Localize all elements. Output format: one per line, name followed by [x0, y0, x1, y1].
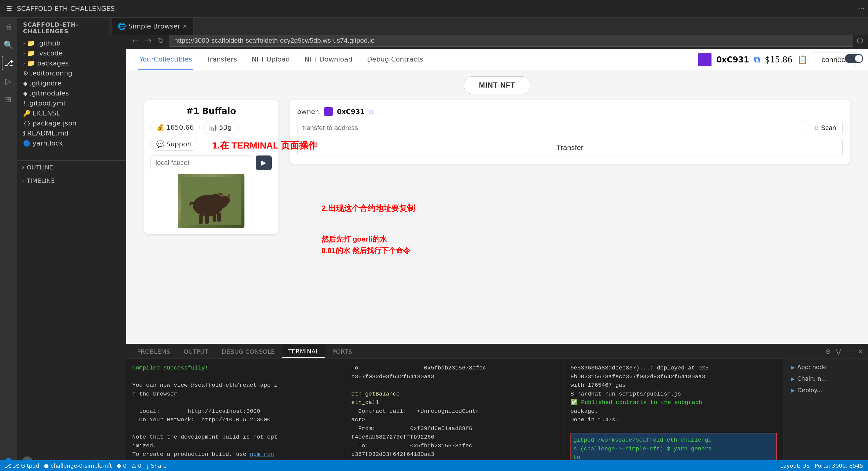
sidebar-item-vscode[interactable]: › 📁 .vscode	[17, 48, 126, 58]
tree-item-app[interactable]: ▶ App: node	[788, 363, 863, 372]
tree-label: App: node	[797, 364, 827, 370]
owner-label: owner:	[297, 108, 320, 115]
outline-header[interactable]: › OUTLINE	[17, 161, 126, 174]
faucet-input[interactable]	[150, 156, 253, 170]
activity-search[interactable]: 🔍	[2, 38, 15, 52]
terminal-pane-3[interactable]: 9e539636a83ddcec837)...: deployed at 0x5…	[564, 359, 783, 471]
copy-address-icon[interactable]: ⧉	[369, 108, 373, 115]
sidebar-item-label: README.md	[27, 129, 68, 137]
terminal-line: To create a production build, use npm ru…	[132, 450, 339, 459]
activity-extensions[interactable]: ⊞	[2, 93, 15, 106]
mint-nft-button[interactable]: MINT NFT	[464, 76, 530, 94]
transfer-input-row: ⊞ Scan	[297, 121, 842, 135]
wallet-icon[interactable]: 📋	[797, 55, 808, 65]
external-link-icon[interactable]: ⬡	[857, 36, 863, 45]
badge-support[interactable]: 💬 Support	[150, 138, 198, 150]
status-errors[interactable]: ⊗ 0	[117, 463, 126, 469]
badge-value-text: 1650.66	[166, 124, 194, 131]
chevron-icon: ›	[23, 50, 25, 56]
terminal-pane-1[interactable]: Compiled successfully! You can now view …	[126, 359, 345, 471]
tab-terminal[interactable]: TERMINAL	[282, 345, 325, 358]
explorer-title: SCAFFOLD-ETH-CHALLENGES	[17, 5, 115, 12]
tab-debug[interactable]: Debug Contracts	[366, 49, 424, 70]
tab-problems[interactable]: PROBLEMS	[131, 345, 176, 358]
terminal-line: b367f032d93f642f64180aa3	[351, 450, 558, 459]
tab-bar: 🌐 Simple Browser ✕	[109, 18, 868, 35]
terminal-line: To: 0x5fbdb2315678afec	[351, 364, 558, 372]
tab-nftupload[interactable]: NFT Upload	[250, 49, 291, 70]
scan-button[interactable]: ⊞ Scan	[807, 121, 842, 135]
outline-label: OUTLINE	[27, 164, 53, 171]
transfer-address-input[interactable]	[297, 121, 803, 135]
terminal-line: n the browser.	[132, 390, 339, 399]
status-share[interactable]: ∫ Share	[147, 463, 167, 469]
sidebar-item-editorconfig[interactable]: ⚙ .editorconfig	[17, 68, 126, 78]
forward-button[interactable]: →	[144, 35, 153, 46]
terminal-icon: ▶	[790, 364, 795, 370]
faucet-send-button[interactable]: ▶	[256, 156, 272, 170]
back-button[interactable]: ←	[131, 35, 140, 46]
tab-output[interactable]: OUTPUT	[178, 345, 214, 358]
sidebar-item-license[interactable]: 🔑 LICENSE	[17, 108, 126, 118]
tab-transfers[interactable]: Transfers	[205, 49, 238, 70]
dapp-nav-right: 0xC931 ⧉ $15.86 📋 connect	[698, 52, 856, 67]
tree-item-chain[interactable]: ▶ Chain: n...	[788, 374, 863, 383]
sidebar-item-packagejson[interactable]: {} package.json	[17, 118, 126, 128]
refresh-button[interactable]: ↻	[156, 35, 165, 46]
explorer-dots[interactable]: ···	[858, 5, 864, 12]
status-package-label: challenge-0-simple-nft	[51, 463, 112, 469]
timeline-header[interactable]: › TIMELINE	[17, 174, 126, 187]
sidebar-item-gitmodules[interactable]: ◆ .gitmodules	[17, 88, 126, 98]
tab-nftdownload[interactable]: NFT Download	[303, 49, 354, 70]
terminal-line: gitpod /workspace/scaffold-eth-challenge	[574, 436, 774, 445]
chevron-right-icon: ›	[22, 177, 24, 184]
sidebar-item-packages[interactable]: › 📁 packages	[17, 58, 126, 68]
split-terminal-icon[interactable]: ⋁	[836, 348, 841, 355]
status-git[interactable]: ⎇ ⎇ Gitpod	[5, 463, 39, 469]
terminal-icon: ▶	[790, 375, 795, 382]
mint-nft-section: MINT NFT	[126, 70, 868, 97]
add-terminal-icon[interactable]: ⊕	[825, 348, 831, 355]
transfer-button[interactable]: Transfer	[297, 139, 842, 157]
sidebar-item-yarnlock[interactable]: 🔵 yarn.lock	[17, 138, 126, 148]
tab-ports[interactable]: PORTS	[326, 345, 358, 358]
status-ports[interactable]: Ports: 3000, 8545	[815, 463, 863, 469]
coin-icon: 💰	[156, 124, 164, 131]
menu-icon[interactable]: ☰	[4, 4, 14, 14]
terminal-pane-2[interactable]: To: 0x5fbdb2315678afec b367f032d93f642f6…	[345, 359, 564, 471]
theme-toggle[interactable]	[845, 54, 863, 63]
svg-point-8	[210, 194, 222, 205]
activity-debug[interactable]: ▷	[2, 74, 15, 88]
svg-rect-6	[213, 213, 216, 222]
close-terminal-icon[interactable]: ✕	[858, 348, 863, 355]
sun-icon: ☀	[836, 54, 842, 63]
dapp-nav: YourCollectibles Transfers NFT Upload NF…	[126, 49, 868, 70]
terminal-line: Compiled successfully!	[132, 364, 339, 372]
activity-files[interactable]: ⎘	[2, 20, 15, 33]
terminal-line: Local: http://localhost:3000	[132, 407, 339, 416]
terminal-tab-right: ⊕ ⋁ — ✕	[825, 348, 863, 355]
sidebar-item-github[interactable]: › 📁 .github	[17, 38, 126, 48]
tab-close-icon[interactable]: ✕	[183, 23, 187, 29]
copy-icon[interactable]: ⧉	[754, 55, 760, 65]
sidebar-item-label: LICENSE	[32, 109, 60, 117]
terminal-line: To: 0x5fbdb2315678afec	[351, 442, 558, 450]
activity-scm[interactable]: ⎇	[2, 56, 15, 70]
minimize-icon[interactable]: —	[846, 348, 853, 355]
simple-browser-tab[interactable]: 🌐 Simple Browser ✕	[112, 18, 193, 35]
buffalo-svg	[181, 177, 241, 225]
terminal-line: You can now view @scaffold-eth/react-app…	[132, 381, 339, 390]
terminal-line: package.	[570, 407, 777, 416]
url-bar[interactable]	[169, 35, 853, 47]
sidebar-item-label: .editorconfig	[30, 69, 72, 77]
sidebar-item-gitpod[interactable]: ! .gitpod.yml	[17, 98, 126, 108]
status-warnings[interactable]: ⚠ 0	[131, 463, 141, 469]
tab-debug-console[interactable]: DEBUG CONSOLE	[216, 345, 281, 358]
owner-row: owner: 0xC931 ⧉	[297, 107, 842, 116]
sidebar-item-readme[interactable]: ℹ README.md	[17, 128, 126, 138]
terminal-line: ✅ Published contracts to the subgraph	[570, 398, 777, 407]
tree-item-deploy[interactable]: ▶ Deploy...	[788, 385, 863, 395]
terminal-line: Note that the development build is not o…	[132, 433, 339, 442]
tab-yourcollectibles[interactable]: YourCollectibles	[138, 49, 193, 70]
sidebar-item-gitignore[interactable]: ◆ .gitignore	[17, 78, 126, 88]
